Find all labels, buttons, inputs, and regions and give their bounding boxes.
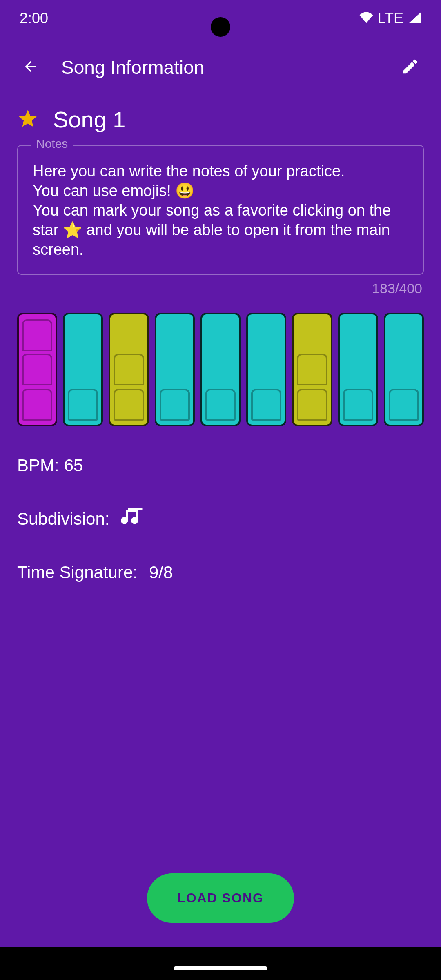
beat-7[interactable] [292, 313, 332, 426]
beat-segment [68, 389, 98, 421]
back-button[interactable] [12, 49, 49, 86]
beat-segment [251, 389, 281, 421]
notes-text: Here you can write the notes of your pra… [33, 161, 408, 259]
beat-segment [22, 319, 52, 351]
beamed-note-icon [121, 505, 145, 533]
beat-9[interactable] [384, 313, 424, 426]
camera-hole [211, 17, 230, 37]
wifi-icon [359, 10, 374, 27]
beat-segment [22, 389, 52, 421]
beat-4[interactable] [155, 313, 195, 426]
beat-segment [343, 389, 373, 421]
beat-segment [22, 354, 52, 385]
beat-segment [297, 354, 327, 385]
status-right: LTE [359, 10, 421, 27]
favorite-toggle[interactable] [17, 108, 38, 131]
subdivision-row: Subdivision: [0, 505, 441, 533]
app-bar: Song Information [0, 37, 441, 98]
beat-segment [114, 354, 144, 385]
time-signature-value: 9/8 [149, 563, 173, 582]
beat-5[interactable] [200, 313, 241, 426]
pencil-icon [401, 57, 420, 78]
bpm-value: 65 [64, 456, 83, 475]
load-song-button[interactable]: LOAD SONG [147, 873, 294, 923]
edit-button[interactable] [392, 49, 429, 86]
time-signature-row: Time Signature: 9/8 [0, 563, 441, 582]
notes-counter: 183/400 [19, 281, 422, 296]
nav-handle[interactable] [174, 966, 267, 970]
beat-2[interactable] [63, 313, 103, 426]
song-name: Song 1 [53, 106, 126, 133]
network-label: LTE [378, 10, 403, 27]
beat-3[interactable] [109, 313, 149, 426]
subdivision-label: Subdivision: [17, 509, 109, 529]
page-title: Song Information [61, 56, 392, 78]
beat-6[interactable] [246, 313, 286, 426]
beat-segment [160, 389, 190, 421]
beat-segment [205, 389, 236, 421]
time-signature-label: Time Signature: [17, 563, 138, 582]
status-time: 2:00 [20, 10, 48, 27]
bpm-row: BPM: 65 [0, 456, 441, 475]
beat-segment [389, 389, 419, 421]
beat-segment [114, 389, 144, 421]
notes-field[interactable]: Notes Here you can write the notes of yo… [17, 145, 424, 275]
beat-1[interactable] [17, 313, 57, 426]
beat-segment [297, 389, 327, 421]
beat-8[interactable] [338, 313, 378, 426]
system-nav-bar [0, 947, 441, 980]
arrow-left-icon [22, 58, 39, 76]
bpm-label: BPM: [17, 456, 59, 475]
beat-pattern [0, 296, 441, 426]
notes-label: Notes [31, 137, 73, 151]
cell-icon [408, 10, 421, 27]
